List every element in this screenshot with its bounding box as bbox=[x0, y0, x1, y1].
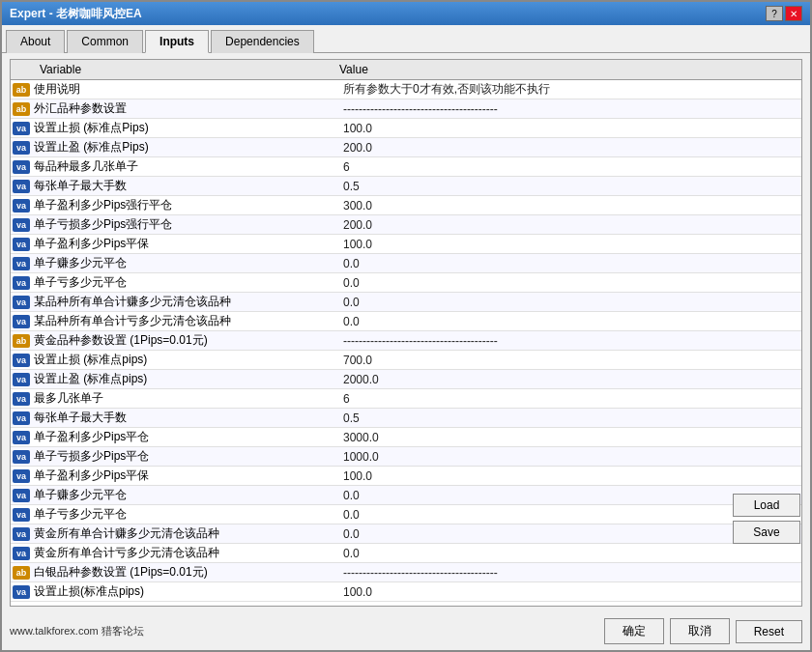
table-row: va单子盈利多少Pips强行平仓300.0 bbox=[11, 196, 801, 215]
table-row: va单子赚多少元平仓0.0 bbox=[11, 486, 801, 505]
tab-dependencies[interactable]: Dependencies bbox=[211, 30, 314, 53]
reset-button[interactable]: Reset bbox=[736, 620, 802, 643]
cell-variable: va单子亏损多少Pips平仓 bbox=[11, 447, 339, 466]
row-badge: va bbox=[13, 450, 30, 464]
row-badge: ab bbox=[13, 334, 30, 348]
table-row: va某品种所有单合计赚多少元清仓该品种0.0 bbox=[11, 293, 801, 312]
row-badge: va bbox=[13, 354, 30, 367]
cell-value: 0.5 bbox=[339, 411, 801, 426]
cell-variable: va某品种所有单合计赚多少元清仓该品种 bbox=[11, 293, 339, 311]
cell-variable: va最多几张单子 bbox=[11, 389, 339, 408]
variable-text: 单子盈利多少Pips平保 bbox=[34, 236, 149, 252]
table-row: va单子亏损多少Pips平仓1000.0 bbox=[11, 447, 801, 467]
cell-variable: va单子盈利多少Pips强行平仓 bbox=[11, 196, 339, 214]
row-badge: va bbox=[13, 489, 30, 502]
help-button[interactable]: ? bbox=[766, 6, 783, 21]
cell-value: 100.0 bbox=[339, 468, 801, 484]
cell-value: 700.0 bbox=[339, 353, 801, 368]
variable-text: 黄金所有单合计赚多少元清仓该品种 bbox=[34, 525, 219, 542]
row-badge: va bbox=[13, 547, 30, 560]
table-row: va设置止损 (标准点pips)700.0 bbox=[11, 351, 801, 370]
variable-text: 单子赚多少元平仓 bbox=[34, 487, 127, 503]
row-badge: va bbox=[13, 122, 30, 135]
cancel-button[interactable]: 取消 bbox=[670, 618, 730, 644]
cell-variable: va每张单子最大手数 bbox=[11, 409, 339, 427]
title-controls: ? ✕ bbox=[766, 6, 802, 21]
row-badge: va bbox=[13, 160, 30, 174]
cell-value: 0.0 bbox=[339, 275, 801, 291]
cell-value: 2000.0 bbox=[339, 372, 801, 387]
cell-variable: va单子赚多少元平仓 bbox=[11, 486, 339, 504]
cell-value: 0.0 bbox=[339, 256, 801, 271]
window-title: Expert - 老树咖啡风控EA bbox=[10, 6, 142, 22]
cell-variable: va设置止盈 (标准点Pips) bbox=[11, 138, 339, 156]
tab-inputs[interactable]: Inputs bbox=[145, 30, 209, 53]
table-row: va设置止盈 (标准点Pips)200.0 bbox=[11, 138, 801, 157]
table-row: va设置止损(标准点pips)100.0 bbox=[11, 582, 801, 602]
table-row: va单子赚多少元平仓0.0 bbox=[11, 254, 801, 273]
row-badge: va bbox=[13, 431, 30, 444]
cell-value: 100.0 bbox=[339, 237, 801, 252]
row-badge: va bbox=[13, 199, 30, 213]
row-badge: ab bbox=[13, 83, 30, 97]
row-badge: va bbox=[13, 238, 30, 251]
cell-value: 100.0 bbox=[339, 121, 801, 136]
cell-variable: va某品种所有单合计亏多少元清仓该品种 bbox=[11, 312, 339, 330]
cell-value: ---------------------------------------- bbox=[339, 101, 801, 117]
row-badge: va bbox=[13, 276, 30, 290]
table-row: ab外汇品种参数设置------------------------------… bbox=[11, 99, 801, 119]
cell-variable: ab黄金品种参数设置 (1Pips=0.01元) bbox=[11, 331, 339, 350]
tab-about[interactable]: About bbox=[6, 30, 65, 53]
tab-common[interactable]: Common bbox=[67, 30, 143, 53]
cell-value: ---------------------------------------- bbox=[339, 565, 801, 581]
load-button[interactable]: Load bbox=[733, 494, 800, 517]
cell-value: 6 bbox=[339, 159, 801, 175]
bottom-buttons: 确定 取消 Reset bbox=[604, 618, 802, 644]
save-button[interactable]: Save bbox=[733, 521, 800, 544]
cell-variable: va黄金所有单合计亏多少元清仓该品种 bbox=[11, 544, 339, 562]
variable-text: 某品种所有单合计赚多少元清仓该品种 bbox=[34, 294, 231, 310]
table-row: va每品种最多几张单子6 bbox=[11, 157, 801, 177]
cell-variable: va每品种最多几张单子 bbox=[11, 157, 339, 176]
variable-text: 黄金所有单合计亏多少元清仓该品种 bbox=[34, 545, 219, 561]
cell-variable: ab外汇品种参数设置 bbox=[11, 99, 339, 118]
cell-value: 3000.0 bbox=[339, 430, 801, 445]
table-row: va黄金所有单合计赚多少元清仓该品种0.0 bbox=[11, 524, 801, 544]
variable-text: 单子赚多少元平仓 bbox=[34, 255, 127, 271]
variable-text: 每品种最多几张单子 bbox=[34, 158, 138, 175]
variable-text: 每张单子最大手数 bbox=[34, 410, 127, 426]
variable-text: 单子盈利多少Pips强行平仓 bbox=[34, 197, 172, 213]
row-badge: va bbox=[13, 508, 30, 522]
close-button[interactable]: ✕ bbox=[785, 6, 802, 21]
website-label: www.talkforex.com 猎客论坛 bbox=[10, 624, 144, 638]
table-row: va每张单子最大手数0.5 bbox=[11, 177, 801, 196]
confirm-button[interactable]: 确定 bbox=[604, 618, 664, 644]
table-row: va单子亏多少元平仓0.0 bbox=[11, 273, 801, 293]
variable-text: 设置止损 (标准点Pips) bbox=[34, 120, 149, 136]
row-badge: va bbox=[13, 180, 30, 193]
cell-value: 0.5 bbox=[339, 179, 801, 194]
cell-variable: ab使用说明 bbox=[11, 80, 339, 99]
cell-value: ---------------------------------------- bbox=[339, 333, 801, 349]
cell-variable: va单子盈利多少Pips平仓 bbox=[11, 428, 339, 446]
row-badge: va bbox=[13, 469, 30, 483]
cell-value: 100.0 bbox=[339, 584, 801, 600]
row-badge: va bbox=[13, 527, 30, 541]
variable-text: 设置止损 (标准点pips) bbox=[34, 352, 147, 368]
row-badge: va bbox=[13, 373, 30, 386]
row-badge: va bbox=[13, 392, 30, 406]
variable-text: 使用说明 bbox=[34, 81, 80, 98]
variable-text: 设置止盈 (标准点Pips) bbox=[34, 139, 149, 156]
variable-text: 单子盈利多少Pips平保 bbox=[34, 468, 149, 484]
col-header-value: Value bbox=[339, 63, 801, 76]
row-badge: va bbox=[13, 218, 30, 232]
table-row: va黄金所有单合计亏多少元清仓该品种0.0 bbox=[11, 544, 801, 563]
table-row: va设置止损 (标准点Pips)100.0 bbox=[11, 119, 801, 138]
cell-variable: va单子亏损多少Pips强行平仓 bbox=[11, 215, 339, 234]
table-row: va单子亏损多少Pips强行平仓200.0 bbox=[11, 215, 801, 235]
row-badge: va bbox=[13, 141, 30, 155]
table-body: ab使用说明所有参数大于0才有效,否则该功能不执行ab外汇品种参数设置-----… bbox=[11, 80, 801, 606]
table-row: va设置止盈 (标准点pips)2000.0 bbox=[11, 370, 801, 389]
variable-text: 单子盈利多少Pips平仓 bbox=[34, 429, 149, 445]
table-row: va每张单子最大手数0.5 bbox=[11, 409, 801, 428]
